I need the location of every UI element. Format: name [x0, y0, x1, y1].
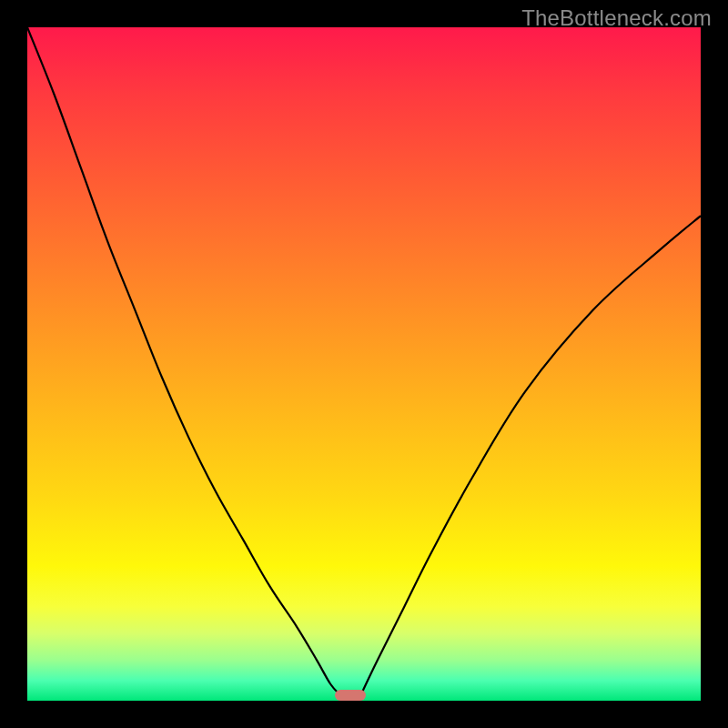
watermark-text: TheBottleneck.com [521, 5, 712, 31]
bottleneck-marker [335, 690, 366, 701]
chart-frame: TheBottleneck.com [0, 0, 728, 728]
plot-area [27, 27, 701, 701]
right-curve [360, 216, 701, 695]
curve-layer [27, 27, 701, 701]
left-curve [27, 27, 340, 695]
